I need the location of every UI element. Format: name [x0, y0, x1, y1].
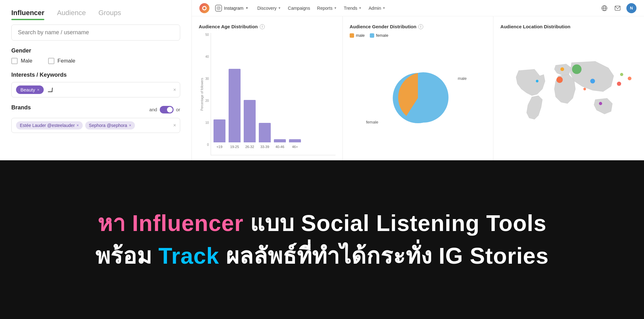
- age-chart-title: Audience Age Distribution i: [199, 24, 336, 29]
- app-logo: [199, 3, 209, 13]
- female-checkbox[interactable]: [48, 58, 54, 64]
- bottom-line2-part1: พร้อม: [95, 243, 158, 268]
- bar-chart-bars: <1919-2526-3233-3940-4646+: [211, 33, 336, 155]
- legend-male-label: male: [356, 33, 365, 38]
- nav-campaigns[interactable]: Campaigns: [288, 6, 310, 11]
- pie-legend: male female: [350, 33, 388, 38]
- location-chart-title-text: Audience Location Distribution: [500, 24, 570, 29]
- brands-toggle-switch[interactable]: [160, 106, 174, 113]
- chart-panels-container: Audience Age Distribution i 0 10 20 30 4…: [192, 16, 644, 160]
- legend-female-label: female: [376, 33, 388, 38]
- nav-admin[interactable]: Admin ▼: [369, 6, 386, 11]
- platform-chevron-icon: ▼: [245, 6, 248, 10]
- gender-female-item[interactable]: Female: [48, 58, 75, 64]
- bar-label-19-25: 19-25: [230, 145, 239, 149]
- brands-clear-button[interactable]: ×: [173, 123, 176, 128]
- nav-campaigns-label: Campaigns: [288, 6, 310, 11]
- age-chart-title-text: Audience Age Distribution: [199, 24, 258, 29]
- brand-tag-esteelauder[interactable]: Estée Lauder @esteelauder ×: [16, 121, 83, 129]
- tab-audience[interactable]: Audience: [57, 9, 86, 19]
- bar-26-32: [244, 100, 256, 142]
- bottom-line1-part2: แบบ Social Listening Tools: [250, 211, 547, 236]
- age-chart-info-icon[interactable]: i: [260, 24, 265, 29]
- globe-icon[interactable]: [600, 4, 609, 13]
- brands-header: Brands and or: [11, 104, 180, 115]
- bottom-banner: หา Influencer แบบ Social Listening Tools…: [0, 160, 644, 319]
- brand-sephora-label: Sephora @sephora: [89, 123, 127, 128]
- brand-sephora-remove[interactable]: ×: [129, 123, 131, 128]
- beauty-tag-remove[interactable]: ×: [37, 87, 40, 92]
- legend-male-dot: [350, 33, 354, 38]
- map-dot-light-green: [620, 73, 623, 76]
- map-dot-large-green: [572, 64, 581, 74]
- bar-19-25: [229, 69, 241, 142]
- bottom-line1-part1: หา Influencer: [97, 211, 250, 236]
- platform-label: Instagram: [224, 6, 243, 11]
- platform-selector[interactable]: Instagram ▼: [215, 5, 248, 12]
- location-chart-title: Audience Location Distribution: [500, 24, 637, 29]
- keywords-clear-button[interactable]: ×: [173, 87, 176, 93]
- mail-icon[interactable]: [613, 4, 622, 13]
- user-avatar[interactable]: N: [626, 3, 636, 13]
- world-map-svg: [503, 53, 635, 135]
- bar-group-<19: <19: [214, 33, 225, 149]
- tab-influencer[interactable]: Influencer: [11, 9, 44, 19]
- legend-female-dot: [370, 33, 374, 38]
- app-logo-inner: [202, 6, 207, 10]
- tab-groups[interactable]: Groups: [98, 9, 121, 19]
- nav-discovery[interactable]: Discovery ▼: [257, 6, 281, 11]
- main-tabs: Influencer Audience Groups: [11, 9, 180, 19]
- nav-admin-chevron-icon: ▼: [382, 6, 386, 10]
- map-dot-blue: [590, 79, 595, 83]
- nav-reports[interactable]: Reports ▼: [317, 6, 337, 11]
- map-container: [500, 33, 637, 155]
- nav-trends-label: Trends: [344, 6, 357, 11]
- gender-chart-title-text: Audience Gender Distribution: [350, 24, 417, 29]
- male-label: Male: [21, 58, 32, 64]
- male-checkbox[interactable]: [11, 58, 18, 64]
- nav-trends[interactable]: Trends ▼: [344, 6, 362, 11]
- bar-label-46+: 46+: [292, 145, 298, 149]
- search-input[interactable]: [11, 25, 180, 41]
- bar-label-40-46: 40-46: [275, 145, 284, 149]
- pie-chart-container: male female: [350, 42, 486, 155]
- pie-chart-svg: [386, 67, 449, 129]
- map-dot-purple: [599, 102, 602, 105]
- brands-or-label: or: [176, 107, 180, 112]
- female-label: Female: [58, 58, 75, 64]
- svg-point-1: [218, 7, 219, 9]
- pie-female-label: female: [366, 120, 378, 124]
- gender-chart-info-icon[interactable]: i: [418, 24, 423, 29]
- map-dot-red2: [617, 81, 621, 85]
- y-tick-10: 10: [199, 121, 210, 124]
- beauty-tag[interactable]: Beauty ×: [16, 85, 44, 94]
- legend-female: female: [370, 33, 388, 38]
- pie-male-label: male: [458, 76, 467, 81]
- nav-icon-group: N: [600, 3, 636, 13]
- gender-row: Male Female: [11, 58, 180, 64]
- y-tick-0: 0: [199, 143, 210, 146]
- nav-discovery-label: Discovery: [257, 6, 276, 11]
- map-dot-medium-red: [556, 76, 563, 83]
- brand-tag-sephora[interactable]: Sephora @sephora ×: [85, 121, 135, 129]
- nav-menu: Discovery ▼ Campaigns Reports ▼ Trends ▼…: [257, 6, 594, 11]
- y-tick-50: 50: [199, 33, 210, 36]
- brand-esteelauder-remove[interactable]: ×: [77, 123, 79, 128]
- nav-trends-chevron-icon: ▼: [358, 6, 362, 10]
- location-distribution-panel: Audience Location Distribution: [493, 16, 644, 160]
- map-dot-red3: [628, 76, 631, 80]
- gender-male-item[interactable]: Male: [11, 58, 32, 64]
- age-distribution-panel: Audience Age Distribution i 0 10 20 30 4…: [192, 16, 343, 160]
- bar-46+: [289, 139, 301, 142]
- brands-input-box[interactable]: Estée Lauder @esteelauder × Sephora @sep…: [11, 118, 180, 133]
- cursor-icon: [48, 88, 53, 92]
- bar-<19: [214, 119, 225, 142]
- bar-40-46: [274, 139, 286, 142]
- bar-group-19-25: 19-25: [229, 33, 241, 149]
- interests-label: Interests / Keywords: [11, 72, 180, 78]
- y-axis-label: Percentage of followers: [200, 78, 204, 111]
- age-bar-chart-area: 0 10 20 30 40 50 Percentage of followers…: [199, 33, 336, 155]
- keywords-input-box[interactable]: Beauty × ×: [11, 82, 180, 97]
- nav-reports-chevron-icon: ▼: [334, 6, 337, 10]
- bottom-line2-part2: Track: [158, 243, 226, 268]
